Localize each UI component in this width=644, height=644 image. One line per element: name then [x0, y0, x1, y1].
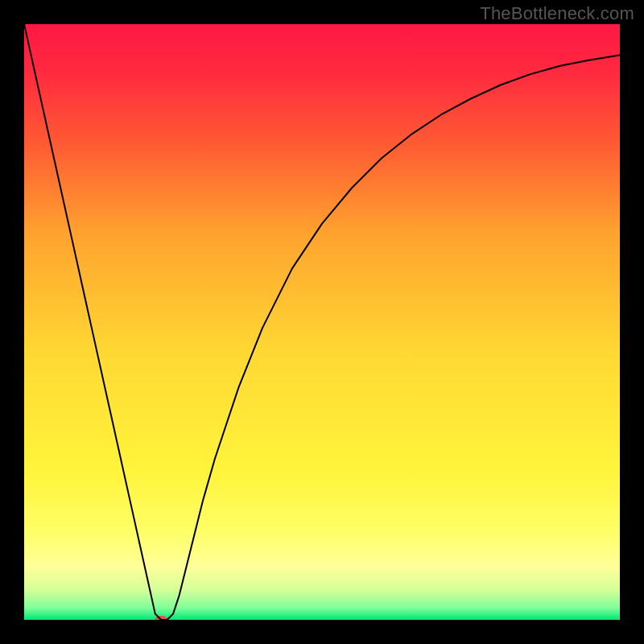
watermark-text: TheBottleneck.com: [480, 3, 634, 24]
chart-frame: TheBottleneck.com: [0, 0, 644, 644]
plot-area: [24, 24, 620, 620]
chart-svg: [24, 24, 620, 620]
gradient-background: [24, 24, 620, 620]
